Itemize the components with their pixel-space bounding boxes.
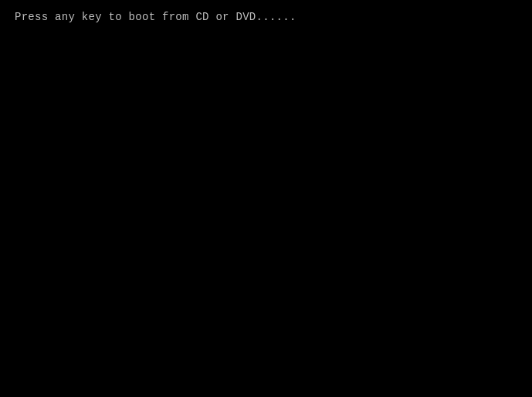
boot-screen: Press any key to boot from CD or DVD....… — [0, 0, 532, 397]
boot-message-text: Press any key to boot from CD or DVD....… — [15, 11, 296, 23]
